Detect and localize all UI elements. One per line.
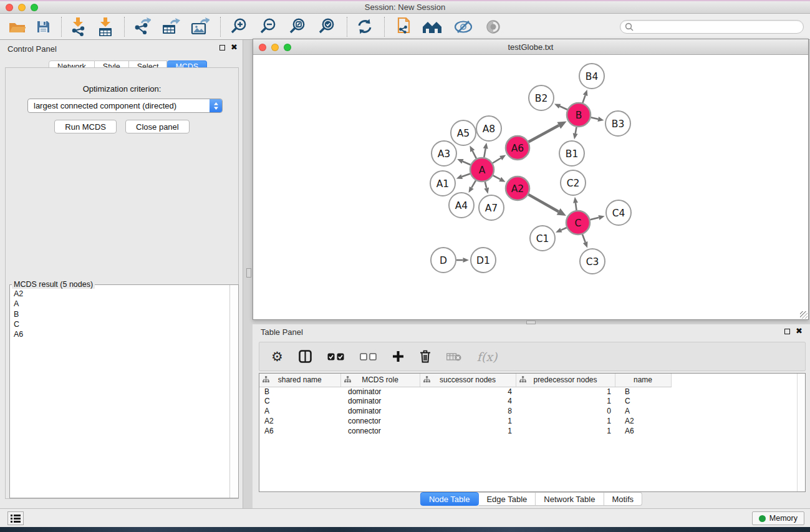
zoom-out-icon[interactable] [259,16,277,37]
delete-column-icon[interactable] [420,350,431,363]
tab-edge-table[interactable]: Edge Table [478,492,536,506]
memory-button[interactable]: Memory [752,511,804,525]
task-history-button[interactable] [7,511,24,525]
splitter-handle-left[interactable] [246,268,251,278]
network-window-titlebar[interactable]: testGlobe.txt [253,39,808,55]
criterion-select[interactable]: largest connected component (directed) [27,99,223,113]
graph-node-B[interactable]: B [567,103,591,127]
graph-node-A6[interactable]: A6 [506,136,529,160]
split-table-icon[interactable] [299,350,312,363]
home-icon[interactable] [422,16,443,37]
mcds-result-item[interactable]: B [10,309,229,319]
column-header-MCDS-role[interactable]: MCDS role [340,374,420,387]
tab-node-table[interactable]: Node Table [420,492,479,506]
column-header-predecessor-nodes[interactable]: predecessor nodes [516,374,615,387]
open-session-icon[interactable] [9,16,26,37]
graph-node-C1[interactable]: C1 [530,226,555,251]
function-builder-icon[interactable]: f(x) [477,350,498,364]
graph-node-C2[interactable]: C2 [561,170,586,195]
mcds-result-item[interactable]: A [10,299,229,309]
graph-edge-B-B1[interactable] [576,127,577,133]
graph-node-C3[interactable]: C3 [580,249,605,274]
mcds-list-scrollbar[interactable] [229,285,238,498]
search-input[interactable] [634,21,803,32]
graph-edge-C-C1[interactable] [561,228,567,230]
graph-node-A7[interactable]: A7 [479,195,504,220]
delete-table-icon[interactable] [446,352,461,361]
graph-edge-A-A4[interactable] [471,180,476,188]
graph-node-C[interactable]: C [566,211,590,235]
search-box[interactable] [620,20,804,34]
graph-node-B2[interactable]: B2 [529,85,554,110]
graph-node-A8[interactable]: A8 [476,116,501,141]
import-table-icon[interactable] [97,16,113,37]
graph-edge-B-B4[interactable] [582,95,585,103]
table-row[interactable]: A6connector11A6 [259,427,805,437]
graph-edge-C-C3[interactable] [582,235,586,243]
close-panel-icon[interactable]: ✖ [231,44,238,51]
deselect-all-icon[interactable] [360,353,377,360]
refresh-layout-icon[interactable] [356,16,374,37]
export-network-icon[interactable] [133,16,151,37]
table-row[interactable]: Cdominator41C [259,397,805,407]
column-header-successor-nodes[interactable]: successor nodes [420,374,516,387]
graph-edge-A6-B[interactable] [529,125,559,142]
graph-edge-A-A5[interactable] [473,151,476,158]
graph-node-B3[interactable]: B3 [605,111,630,136]
graph-edge-A-A8[interactable] [484,148,485,157]
add-column-icon[interactable] [392,351,404,362]
graph-edge-A-A2[interactable] [493,175,500,179]
close-table-panel-icon[interactable]: ✖ [796,328,803,334]
graph-node-A1[interactable]: A1 [430,171,455,196]
graph-edge-A2-C[interactable] [528,195,558,211]
window-resize-grip[interactable] [800,311,808,319]
graph-node-D[interactable]: D [431,248,456,273]
graph-node-C4[interactable]: C4 [606,200,631,225]
float-panel-icon[interactable] [219,45,225,51]
graph-node-B4[interactable]: B4 [579,64,604,89]
graph-node-A2[interactable]: A2 [506,177,529,200]
run-mcds-button[interactable]: Run MCDS [54,120,117,133]
graph-edge-C-C2[interactable] [576,203,577,210]
export-image-icon[interactable] [191,16,210,37]
tab-motifs[interactable]: Motifs [604,492,642,506]
mcds-result-item[interactable]: C [10,319,229,329]
zoom-selected-icon[interactable] [317,16,336,37]
table-row[interactable]: Adominator80A [259,407,805,417]
graph-edge-C-C4[interactable] [590,218,599,220]
show-eye-icon[interactable] [484,16,503,37]
import-network-icon[interactable] [70,16,87,37]
graph-node-D1[interactable]: D1 [471,248,496,273]
table-row[interactable]: Bdominator41B [259,387,805,397]
select-all-icon[interactable] [327,353,344,360]
graph-edge-B-B2[interactable] [560,106,567,110]
hide-eye-icon[interactable] [453,16,473,37]
close-panel-button[interactable]: Close panel [125,120,190,133]
graph-edge-A-A3[interactable] [463,162,471,165]
graph-edge-B-B3[interactable] [591,117,599,119]
zoom-fit-icon[interactable] [288,16,307,37]
export-table-icon[interactable] [162,16,180,37]
app-titlebar: Session: New Session [0,0,810,14]
zoom-in-icon[interactable] [229,16,248,37]
graph-node-A5[interactable]: A5 [451,120,476,145]
mcds-result-item[interactable]: A6 [10,329,229,339]
tab-network-table[interactable]: Network Table [536,492,604,506]
graph-node-A4[interactable]: A4 [449,193,474,218]
network-file-icon[interactable] [393,16,411,37]
graph-edge-A-A6[interactable] [493,158,501,163]
settings-gear-icon[interactable]: ⚙ [271,351,283,363]
column-header-shared-name[interactable]: shared name [259,374,340,387]
table-scrollbar[interactable] [797,374,805,491]
network-canvas[interactable]: B4B2BB3A5A8A6A3B1AA1C2A2A4A7C4CC1C3DD1 [253,55,808,319]
graph-edge-A-A7[interactable] [485,181,486,188]
graph-node-A3[interactable]: A3 [432,141,456,166]
float-table-panel-icon[interactable] [784,329,790,334]
graph-node-A[interactable]: A [470,158,494,181]
mcds-result-item[interactable]: A2 [10,289,229,299]
table-row[interactable]: A2connector11A2 [259,417,805,427]
graph-edge-A-A1[interactable] [462,174,470,177]
save-session-icon[interactable] [36,16,51,37]
graph-node-B1[interactable]: B1 [559,141,584,166]
column-header-name[interactable]: name [615,374,671,387]
